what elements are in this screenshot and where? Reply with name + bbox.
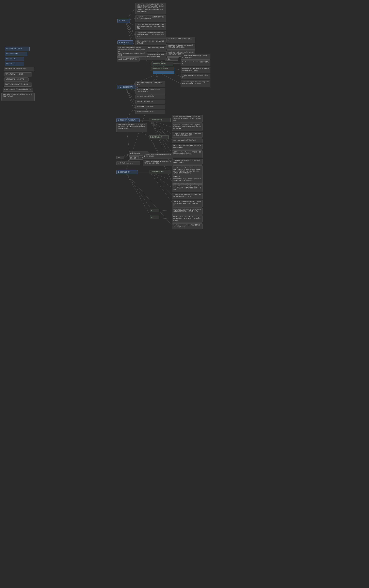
would-like-ex1: I would like (to have) a word with you.我… [143, 153, 173, 159]
section-a-node-4: If only you had told me the truth before… [136, 31, 166, 39]
section-c-4: God bless you!上帝保佑你！ [136, 100, 165, 104]
section-e-s1-4: This wall shouldn't have been painted bl… [172, 193, 202, 199]
section-e-jiany1: 建义 [150, 209, 159, 212]
section-b-usage1: 1. 既能不同主语的省式 [151, 62, 173, 66]
section-a-node-2: If only he knew the answer.他要是知道答案就好了。（明… [136, 15, 166, 22]
would-like-ex2: I would like to have talked with you.我很想… [143, 160, 173, 166]
section-a-node-3: If only I could speak several foreign la… [136, 23, 166, 30]
section-b-u1-2: I'd rather not go to the movies.我宁愿不去看电影… [181, 60, 210, 66]
section-c-6: The Lord save us!愿主救我们！ [136, 110, 165, 114]
svg-line-59 [125, 172, 173, 227]
section-a: A. if only... [118, 19, 130, 23]
svg-line-25 [125, 87, 136, 103]
section-d-s1-3: There could be something wrong with the … [172, 132, 202, 138]
svg-line-55 [125, 172, 151, 209]
section-b-u1-4: I'd rather you went home now.我倒是宁愿你回家了。 [181, 74, 210, 79]
sidebar-item-2[interactable]: 虚拟语气用法讲解 [5, 52, 27, 56]
section-e-s1-3: It was cold yesterday. I should have wor… [172, 184, 202, 192]
section-e-sub1: 1. 表示假想做条件后 [149, 170, 171, 174]
section-d-s1-7: You could answer this email for me.你可以替我… [172, 159, 202, 165]
section-e: E. 虚拟假想做条件 [117, 170, 138, 174]
section-d: D. 情态动词用于虚拟语气 [117, 118, 140, 122]
svg-line-26 [125, 87, 136, 108]
section-d-s1-2: If you phoned him right now, you might g… [172, 123, 202, 131]
section-e-s1-2: You could have got up a little earlier!你… [172, 177, 202, 184]
svg-line-33 [150, 120, 173, 135]
section-e-jiany2: 建义 [150, 216, 159, 219]
section-d-sub2: 2. 表示更礼貌语气 [149, 135, 169, 139]
section-e-extra: Imagine you are an astronaut.设想你是个宇航员。（意… [172, 223, 202, 230]
section-b-usage2: 2. 既能不同连接词的从句 [151, 67, 174, 71]
section-a-node-5: 注意：if only引出的句法介绍时，和if(wish还是相当关系的主) [136, 40, 166, 45]
svg-line-27 [125, 87, 136, 113]
section-c: C. 表示祝愿的虚拟句 [117, 85, 138, 89]
sidebar-item-8[interactable]: 虚拟语气的其他用法相关法注释习题 [4, 83, 32, 87]
svg-line-52 [150, 172, 173, 188]
section-e-jiany1-ex: He suggested that I went to the hospital… [172, 208, 202, 215]
section-c-5: Success attend you!祝你成功！ [136, 105, 165, 109]
section-b-u2-1: I would rather my daughter attended a pu… [181, 80, 210, 87]
connectors [0, 0, 369, 588]
section-b-pref-2: I would prefer he didn't stay here too l… [167, 43, 195, 50]
section-b: B. would rather [118, 40, 133, 44]
svg-line-57 [125, 172, 151, 217]
section-b-usage-label: would rather主要有两种用法： [117, 57, 140, 62]
section-e-note: 当代英语在一个省略的假设结构虚拟语气的使用比例，许多该用假设句气的地方用陈述虚拟… [172, 200, 202, 207]
sidebar-item-5[interactable]: 高考常考"虚拟语气规律总结"可以背诵 [4, 67, 34, 72]
svg-line-5 [125, 21, 136, 42]
section-d-s1-6: 虚拟词"could/ld, would, might + 动词原形"，可理解该这… [172, 150, 202, 158]
section-d-sub1: 1. 表示传递或假想 [149, 118, 170, 122]
section-d-s1-4: He might have said so.他可能这样说过。 [172, 138, 202, 143]
section-b-intro: would rather, would prefer, would sooner… [117, 46, 147, 57]
compare-label: 比较 [117, 156, 124, 159]
svg-line-6 [125, 21, 136, 49]
sidebar-intro: 各学习虚拟语气的其他用法的用法之前，你可能还需要了解下以下内容 [1, 93, 35, 101]
section-d-s1-5: Could he have done such a foolish thing.… [172, 144, 202, 149]
section-c-2: Long live the People's Republic of China… [136, 88, 165, 94]
svg-line-35 [150, 120, 173, 147]
section-a-node-1: if only引介与您当前处境形成对照的愿望，语言表现如同一般过去时表示过去的愿… [136, 3, 166, 14]
svg-line-53 [150, 172, 173, 196]
sidebar-item-4[interactable]: 虚拟语气（下） [5, 62, 24, 66]
svg-line-54 [150, 172, 173, 203]
section-d-s1-1: If I could speak French, I would teach y… [172, 115, 202, 123]
svg-line-4 [125, 21, 136, 35]
section-d-intro: 副虚拟语气的主义表现是通过：could, might, should, woul… [117, 123, 147, 132]
section-b-u1-1: I'd rather play tennis than swim.我宁愿打网球，… [181, 54, 210, 60]
sidebar-item-1[interactable]: 虚拟语气相关的其他结构 [5, 47, 30, 51]
section-e-s1-1: Given more time, we could have done bett… [172, 168, 202, 176]
section-b-u1-3: Which would you rather have, tea or coff… [181, 67, 210, 73]
section-c-1: 也表示抗拒或者强调的观点，表现其他的角色。(系列) [136, 81, 165, 87]
section-c-3: May you be happy!祝你快乐！ [136, 94, 165, 99]
sidebar-item-6[interactable]: 高考热点语法之六—虚拟语气 [4, 73, 32, 76]
sidebar-item-9[interactable]: 虚拟语气的其他用法及其他虚拟相关知识点 [3, 88, 33, 92]
section-b-note: 备注： [167, 57, 178, 61]
sidebar-item-7[interactable]: 知乎玩英语习题，精彩会更多 [4, 77, 29, 82]
sidebar-item-3[interactable]: 虚拟语气（上） [5, 57, 24, 61]
would-like-have-done: would like to have done [117, 161, 140, 165]
section-b-pref-1: I would rather you left today.我宁可你今天走。 [167, 37, 195, 43]
section-e-jiany2-ex: We shall write down the address lest we … [172, 215, 202, 222]
mind-map: 虚拟语气的其他用法 虚拟语气相关的其他结构 虚拟语气用法讲解 虚拟语气（上） 虚… [0, 0, 369, 588]
